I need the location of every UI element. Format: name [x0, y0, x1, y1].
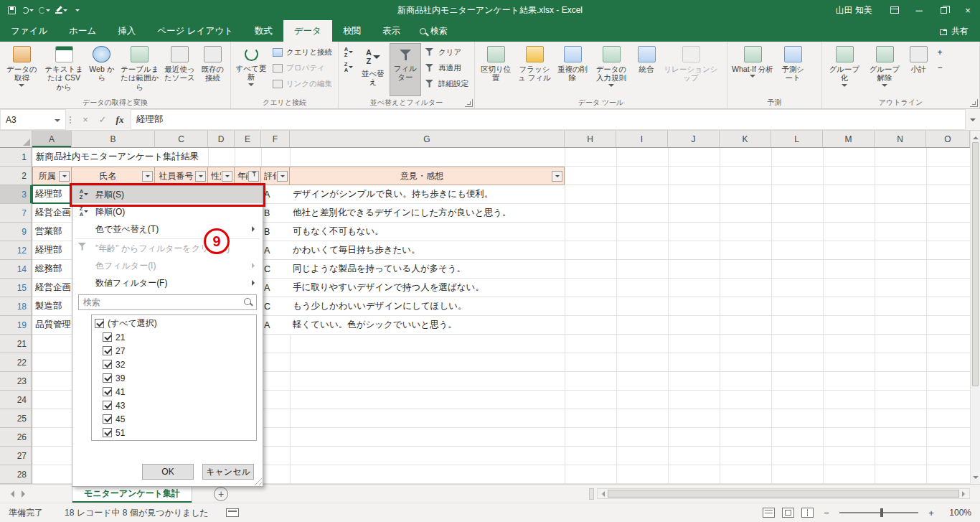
ribbon-display-options-button[interactable]: [882, 0, 907, 20]
filter-item-select-all[interactable]: (すべて選択): [92, 317, 256, 330]
minimize-button[interactable]: ─: [907, 0, 931, 20]
sort-button[interactable]: AZ並べ替え: [357, 43, 390, 96]
cell-rating[interactable]: B: [261, 223, 289, 241]
recent-sources-button[interactable]: 最近使ったソース: [162, 43, 197, 96]
tab-file[interactable]: ファイル: [0, 20, 58, 42]
filter-dropdown-button[interactable]: [142, 171, 153, 182]
tab-insert[interactable]: 挿入: [107, 20, 146, 42]
filter-item[interactable]: 45: [92, 412, 256, 426]
column-header-k[interactable]: K: [720, 131, 771, 148]
header-cell-rating[interactable]: 評価: [261, 167, 290, 185]
tab-data[interactable]: データ: [283, 20, 332, 42]
cell-comment[interactable]: 同じような製品を持っている人が多そう。: [290, 260, 564, 278]
formula-input[interactable]: 経理部: [131, 109, 966, 130]
tab-home[interactable]: ホーム: [58, 20, 107, 42]
zoom-in-button[interactable]: +: [925, 508, 937, 518]
checkbox-checked-icon[interactable]: [103, 428, 112, 437]
zoom-slider-thumb[interactable]: [880, 508, 883, 517]
zoom-slider[interactable]: [839, 512, 918, 513]
reapply-button[interactable]: 再適用: [421, 60, 472, 76]
column-header-b[interactable]: B: [72, 131, 155, 148]
filter-search-input[interactable]: [79, 297, 242, 307]
column-header-c[interactable]: C: [155, 131, 208, 148]
row-header[interactable]: 9: [0, 223, 32, 241]
checkbox-checked-icon[interactable]: [103, 332, 112, 342]
filter-item[interactable]: 27: [92, 344, 256, 358]
next-sheet-button[interactable]: [22, 490, 29, 498]
existing-connections-button[interactable]: 既存の接続: [197, 43, 228, 96]
remove-duplicates-button[interactable]: 重複の削除: [555, 43, 590, 96]
column-header-a[interactable]: A: [32, 131, 72, 148]
menu-item-sort-by-color[interactable]: 色で並べ替え(T): [72, 220, 263, 238]
column-header-d[interactable]: D: [208, 131, 235, 148]
dialog-launcher-icon[interactable]: [465, 99, 473, 107]
zoom-out-button[interactable]: −: [821, 508, 832, 518]
text-to-columns-button[interactable]: 区切り位置: [477, 43, 514, 96]
tell-me-search[interactable]: 検索: [411, 20, 456, 42]
forecast-sheet-button[interactable]: 予測シート: [776, 43, 810, 96]
header-cell-comments[interactable]: 意見・感想: [290, 167, 565, 185]
filter-dropdown-button[interactable]: [195, 171, 206, 182]
row-header[interactable]: 24: [0, 391, 32, 409]
undo-button[interactable]: [21, 1, 35, 19]
cancel-button[interactable]: キャンセル: [202, 464, 254, 480]
row-header[interactable]: 3: [0, 185, 32, 204]
redo-button[interactable]: [37, 1, 52, 19]
checkbox-checked-icon[interactable]: [103, 414, 112, 424]
refresh-all-button[interactable]: すべて更新: [233, 43, 269, 96]
tab-scrollbar-splitter[interactable]: [589, 488, 594, 500]
scroll-up-button[interactable]: [971, 131, 980, 141]
show-detail-button[interactable]: +: [932, 45, 948, 60]
row-header[interactable]: 27: [0, 447, 32, 465]
column-header-f[interactable]: F: [261, 131, 290, 148]
tab-page-layout[interactable]: ページ レイアウト: [146, 20, 244, 42]
row-header[interactable]: 19: [0, 316, 32, 335]
column-header-l[interactable]: L: [771, 131, 823, 148]
row-header[interactable]: 23: [0, 372, 32, 391]
cell-comment[interactable]: かわいくて毎日持ち歩きたい。: [290, 241, 564, 259]
row-header[interactable]: 18: [0, 297, 32, 316]
filter-dropdown-button[interactable]: [277, 171, 288, 182]
sort-ascending-button[interactable]: AZ: [341, 45, 357, 60]
cell-dept[interactable]: 総務部: [32, 260, 71, 278]
account-name[interactable]: 山田 知美: [826, 4, 882, 17]
dialog-launcher-icon[interactable]: [970, 99, 978, 107]
cell-rating[interactable]: A: [261, 241, 289, 259]
insert-function-button[interactable]: fx: [112, 111, 128, 129]
tab-review[interactable]: 校閲: [332, 20, 372, 42]
sort-descending-button[interactable]: ZA: [341, 60, 357, 75]
cell-rating[interactable]: B: [261, 204, 289, 222]
header-cell-name[interactable]: 氏名: [72, 167, 155, 185]
sheet-tab-active[interactable]: モニターアンケート集計: [72, 485, 192, 503]
cell-comment[interactable]: 可もなく不可もない。: [290, 223, 564, 241]
row-header[interactable]: 12: [0, 241, 32, 260]
filter-applied-dropdown-button[interactable]: [248, 171, 259, 182]
cell-dept[interactable]: 経理部: [32, 241, 71, 259]
checkbox-checked-icon[interactable]: [103, 346, 112, 355]
column-header-e[interactable]: E: [235, 131, 261, 148]
from-text-csv-button[interactable]: テキストまたは CSV から: [42, 43, 87, 96]
get-data-button[interactable]: データの取得: [2, 43, 42, 96]
filter-dropdown-button[interactable]: [222, 171, 232, 182]
share-button[interactable]: 共有: [928, 20, 980, 42]
properties-button[interactable]: プロパティ: [269, 60, 336, 76]
column-header-g[interactable]: G: [290, 131, 565, 148]
column-header-h[interactable]: H: [565, 131, 616, 148]
cell-dept[interactable]: 経理部: [32, 185, 71, 203]
tab-formulas[interactable]: 数式: [244, 20, 283, 42]
cell-rating[interactable]: C: [261, 260, 289, 278]
row-header[interactable]: 22: [0, 353, 32, 372]
cell-rating[interactable]: A: [261, 316, 289, 334]
from-web-button[interactable]: Web から: [86, 43, 117, 96]
cell-rating[interactable]: C: [261, 297, 289, 315]
menu-item-sort-ascending[interactable]: AZ 昇順(S): [72, 186, 263, 203]
checkbox-checked-icon[interactable]: [103, 387, 112, 396]
cell-comment[interactable]: もう少しかわいいデザインにしてほしい。: [290, 297, 564, 315]
row-header[interactable]: 15: [0, 279, 32, 297]
cell-comment[interactable]: 手に取りやすいデザインで持つ人を選ばない。: [290, 279, 564, 297]
filter-dropdown-button[interactable]: [552, 171, 562, 182]
cell-comment[interactable]: デザインがシンプルで良い。持ち歩きにも便利。: [290, 185, 564, 203]
scroll-down-button[interactable]: [971, 473, 980, 484]
normal-view-button[interactable]: [763, 508, 775, 518]
header-cell-age[interactable]: 年齢: [235, 167, 261, 185]
